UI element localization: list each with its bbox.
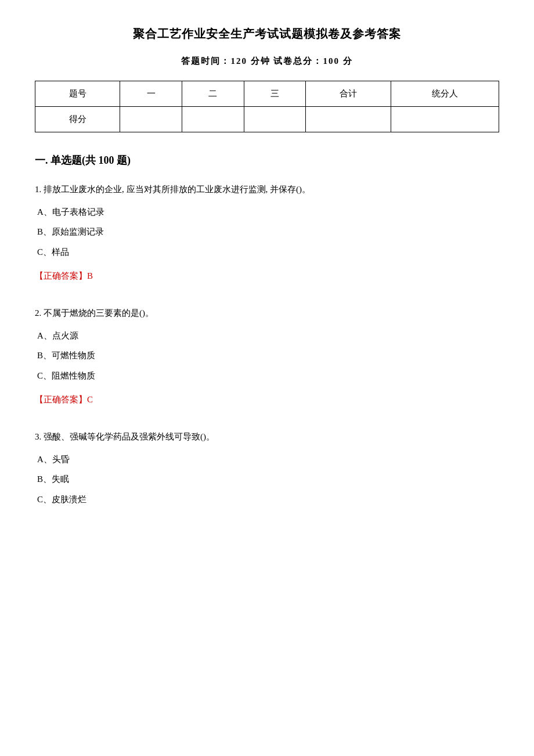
option-1a: A、电子表格记录 xyxy=(35,204,499,221)
score-2 xyxy=(182,107,244,132)
answer-2: 【正确答案】C xyxy=(35,392,499,408)
option-1c: C、样品 xyxy=(35,244,499,261)
question-block-1: 1. 排放工业废水的企业, 应当对其所排放的工业废水进行监测, 并保存()。 A… xyxy=(35,181,499,284)
option-3a: A、头昏 xyxy=(35,451,499,468)
page-title: 聚合工艺作业安全生产考试试题模拟卷及参考答案 xyxy=(35,23,499,44)
row-label-score: 得分 xyxy=(35,107,120,132)
option-2c: C、阻燃性物质 xyxy=(35,368,499,384)
answer-prefix-1: 【正确答案】 xyxy=(35,271,87,280)
score-1 xyxy=(120,107,182,132)
option-2a: A、点火源 xyxy=(35,327,499,344)
col-header-2: 二 xyxy=(182,81,244,107)
section1-title: 一. 单选题(共 100 题) xyxy=(35,151,499,170)
score-3 xyxy=(244,107,306,132)
option-2b: B、可燃性物质 xyxy=(35,347,499,364)
score-total xyxy=(306,107,391,132)
score-table-data-row: 得分 xyxy=(35,107,499,132)
answer-value-2: C xyxy=(87,395,93,404)
answer-prefix-2: 【正确答案】 xyxy=(35,395,87,404)
col-header-total: 合计 xyxy=(306,81,391,107)
answer-1: 【正确答案】B xyxy=(35,268,499,284)
scorer-name xyxy=(391,107,499,132)
score-table: 题号 一 二 三 合计 统分人 得分 xyxy=(35,81,499,132)
question-text-2: 2. 不属于燃烧的三要素的是()。 xyxy=(35,305,499,322)
option-1b: B、原始监测记录 xyxy=(35,224,499,240)
answer-value-1: B xyxy=(87,271,93,280)
col-header-3: 三 xyxy=(244,81,306,107)
exam-info: 答题时间：120 分钟 试卷总分：100 分 xyxy=(35,53,499,69)
question-block-3: 3. 强酸、强碱等化学药品及强紫外线可导致()。 A、头昏 B、失眠 C、皮肤溃… xyxy=(35,429,499,507)
col-header-topic: 题号 xyxy=(35,81,120,107)
question-block-2: 2. 不属于燃烧的三要素的是()。 A、点火源 B、可燃性物质 C、阻燃性物质 … xyxy=(35,305,499,408)
question-text-3: 3. 强酸、强碱等化学药品及强紫外线可导致()。 xyxy=(35,429,499,445)
score-table-header-row: 题号 一 二 三 合计 统分人 xyxy=(35,81,499,107)
option-3c: C、皮肤溃烂 xyxy=(35,491,499,508)
option-3b: B、失眠 xyxy=(35,471,499,488)
col-header-scorer: 统分人 xyxy=(391,81,499,107)
col-header-1: 一 xyxy=(120,81,182,107)
question-text-1: 1. 排放工业废水的企业, 应当对其所排放的工业废水进行监测, 并保存()。 xyxy=(35,181,499,198)
